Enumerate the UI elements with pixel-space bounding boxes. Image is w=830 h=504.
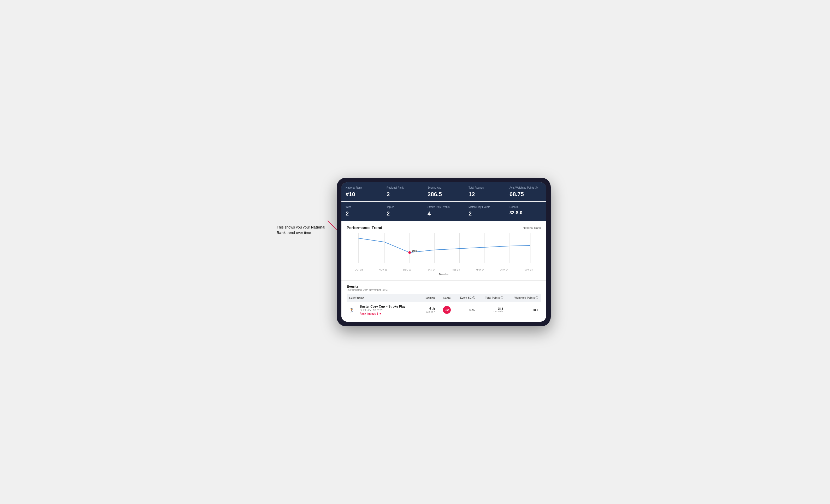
table-row: 🏌️ Buster Cozy Cup – Stroke Play Oct 9 -… xyxy=(347,302,541,318)
stat-total-rounds: Total Rounds 12 xyxy=(464,182,505,201)
th-total-points: Total Points ⓘ xyxy=(478,294,506,302)
stat-avg-weighted: Avg. Weighted Points ⓘ 68.75 xyxy=(505,182,546,201)
performance-section: Performance Trend National Rank xyxy=(341,221,546,280)
weighted-points-value: 28.3 xyxy=(533,308,538,311)
stat-national-rank: National Rank #10 xyxy=(341,182,382,201)
stat-scoring-avg-value: 286.5 xyxy=(427,191,460,198)
stat-avg-weighted-value: 68.75 xyxy=(509,191,542,198)
stat-regional-rank: Regional Rank 2 xyxy=(382,182,423,201)
stat-regional-rank-label: Regional Rank xyxy=(387,186,419,190)
stat-regional-rank-value: 2 xyxy=(387,191,419,198)
stat-top3s: Top 3s 2 xyxy=(382,202,423,221)
position-main: 6th xyxy=(421,306,435,311)
month-dec23: DEC 23 xyxy=(395,268,419,271)
stat-national-rank-value: #10 xyxy=(346,191,378,198)
total-rounds-value: 3 Rounds xyxy=(480,310,503,313)
stat-total-rounds-value: 12 xyxy=(469,191,501,198)
chart-area: #10 xyxy=(347,233,541,267)
month-oct23: OCT 23 xyxy=(347,268,371,271)
performance-header: Performance Trend National Rank xyxy=(347,225,541,230)
th-event-sg: Event SG ⓘ xyxy=(453,294,478,302)
stat-scoring-avg: Scoring Avg. 286.5 xyxy=(423,182,464,201)
performance-title: Performance Trend xyxy=(347,225,382,230)
stat-national-rank-label: National Rank xyxy=(346,186,378,190)
stats-header-row2: Wins 2 Top 3s 2 Stroke Play Events 4 Mat… xyxy=(341,202,546,221)
th-score: Score xyxy=(438,294,453,302)
event-date: Oct 9 - Oct 10, 2023 xyxy=(360,309,416,312)
annotation-text: This shows you your National Rank trend … xyxy=(277,225,331,236)
month-apr24: APR 24 xyxy=(492,268,516,271)
event-score-cell: -22 xyxy=(438,302,453,318)
event-sg-cell: 0.45 xyxy=(453,302,478,318)
stat-record-value: 32-8-0 xyxy=(509,210,542,215)
stat-avg-weighted-label: Avg. Weighted Points ⓘ xyxy=(509,186,542,190)
chart-marker-dot xyxy=(408,251,411,254)
stats-header-row1: National Rank #10 Regional Rank 2 Scorin… xyxy=(341,182,546,201)
chart-marker-label: #10 xyxy=(412,249,417,253)
stat-wins: Wins 2 xyxy=(341,202,382,221)
events-title: Events xyxy=(347,284,541,289)
event-position-cell: 6th out of 7 xyxy=(419,302,438,318)
th-position: Position xyxy=(419,294,438,302)
event-weighted-points-cell: 28.3 xyxy=(506,302,541,318)
annotation-end: trend over time xyxy=(287,231,311,235)
chart-months: OCT 23 NOV 23 DEC 23 JAN 24 FEB 24 MAR 2… xyxy=(347,267,541,272)
stat-scoring-avg-label: Scoring Avg. xyxy=(427,186,460,190)
score-badge: -22 xyxy=(443,306,451,314)
events-last-updated: Last updated: 24th November 2023 xyxy=(347,289,541,292)
month-mar24: MAR 24 xyxy=(468,268,492,271)
golf-icon: 🏌️ xyxy=(349,308,354,312)
th-event-name: Event Name xyxy=(347,294,419,302)
tablet-screen: National Rank #10 Regional Rank 2 Scorin… xyxy=(341,182,546,322)
stat-total-rounds-label: Total Rounds xyxy=(469,186,501,190)
stat-top3s-value: 2 xyxy=(387,210,419,217)
annotation-plain: This shows you your xyxy=(277,225,311,229)
event-name-main: Buster Cozy Cup – Stroke Play xyxy=(360,305,416,308)
stat-match-play: Match Play Events 2 xyxy=(464,202,505,221)
event-total-points-cell: 28.3 3 Rounds xyxy=(478,302,506,318)
total-points-value: 28.3 xyxy=(480,307,503,310)
stat-wins-value: 2 xyxy=(346,210,378,217)
stat-top3s-label: Top 3s xyxy=(387,205,419,209)
events-table: Event Name Position Score Event SG ⓘ xyxy=(347,294,541,318)
month-may24: MAY 24 xyxy=(516,268,541,271)
stat-record-label: Record xyxy=(509,205,542,209)
performance-label: National Rank xyxy=(523,226,541,229)
month-feb24: FEB 24 xyxy=(444,268,468,271)
outer-wrapper: This shows you your National Rank trend … xyxy=(277,178,553,326)
month-nov23: NOV 23 xyxy=(371,268,395,271)
stat-wins-label: Wins xyxy=(346,205,378,209)
th-weighted-points: Weighted Points ⓘ xyxy=(506,294,541,302)
stat-stroke-play-value: 4 xyxy=(427,210,460,217)
events-section: Events Last updated: 24th November 2023 … xyxy=(341,281,546,322)
chart-svg: #10 xyxy=(347,233,541,267)
tablet-device: National Rank #10 Regional Rank 2 Scorin… xyxy=(337,178,551,326)
stat-record: Record 32-8-0 xyxy=(505,202,546,221)
event-sg-value: 0.45 xyxy=(470,308,475,311)
stat-stroke-play-label: Stroke Play Events xyxy=(427,205,460,209)
stat-match-play-label: Match Play Events xyxy=(469,205,501,209)
chart-x-axis-title: Months xyxy=(347,273,541,276)
month-jan24: JAN 24 xyxy=(419,268,444,271)
stat-stroke-play: Stroke Play Events 4 xyxy=(423,202,464,221)
event-name-cell: Buster Cozy Cup – Stroke Play Oct 9 - Oc… xyxy=(357,302,419,318)
event-icon-cell: 🏌️ xyxy=(347,302,357,318)
position-sub: out of 7 xyxy=(421,311,435,313)
event-rank-impact: Rank Impact: 3 ▼ xyxy=(360,312,416,315)
stat-match-play-value: 2 xyxy=(469,210,501,217)
events-table-header-row: Event Name Position Score Event SG ⓘ xyxy=(347,294,541,302)
